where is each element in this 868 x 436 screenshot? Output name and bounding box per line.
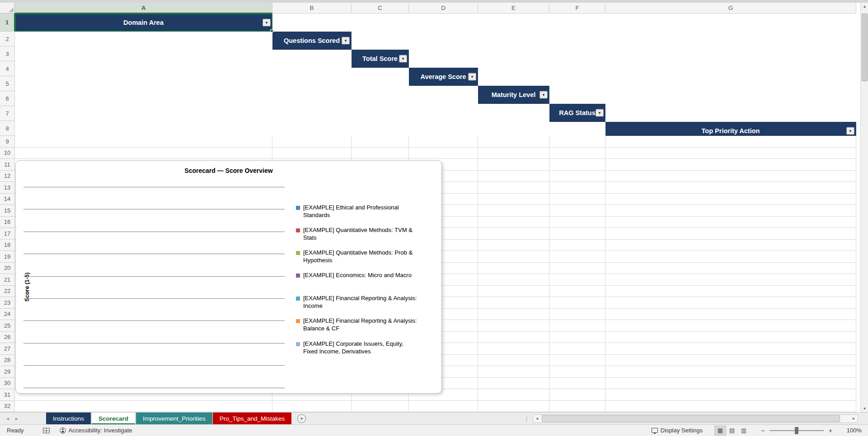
- cell-G17[interactable]: [605, 228, 856, 240]
- cell-D32[interactable]: [409, 401, 478, 413]
- filter-dropdown-icon-g[interactable]: ▼: [846, 127, 854, 135]
- cell-G21[interactable]: [605, 274, 856, 286]
- cell-G15[interactable]: [605, 205, 856, 217]
- cell-E22[interactable]: [478, 286, 549, 297]
- horizontal-scroll-thumb[interactable]: [542, 415, 840, 422]
- cell-E30[interactable]: [478, 378, 549, 390]
- cell-G16[interactable]: [605, 217, 856, 228]
- scroll-right-button[interactable]: ►: [850, 415, 858, 422]
- header-cell-f1[interactable]: RAG Status▼: [549, 104, 605, 122]
- header-cell-b1[interactable]: Questions Scored▼: [272, 32, 352, 50]
- add-sheet-button[interactable]: +: [297, 414, 306, 423]
- row-header-8[interactable]: 8: [0, 121, 15, 136]
- filter-dropdown-icon-f[interactable]: ▼: [596, 109, 604, 116]
- row-header-18[interactable]: 18: [0, 240, 15, 251]
- view-page-break-button[interactable]: ▥: [738, 426, 750, 436]
- filter-dropdown-icon-c[interactable]: ▼: [399, 55, 407, 62]
- row-header-19[interactable]: 19: [0, 251, 15, 263]
- cell-G24[interactable]: [605, 309, 856, 320]
- cell-G28[interactable]: [605, 355, 856, 366]
- cell-G12[interactable]: [605, 171, 856, 182]
- cell-E16[interactable]: [478, 217, 549, 228]
- cell-F15[interactable]: [549, 205, 605, 217]
- cell-F32[interactable]: [549, 401, 605, 413]
- cell-F10[interactable]: [549, 148, 605, 159]
- cell-G18[interactable]: [605, 240, 856, 251]
- row-header-28[interactable]: 28: [0, 355, 15, 366]
- cell-F13[interactable]: [549, 182, 605, 194]
- select-all-corner[interactable]: [0, 3, 15, 14]
- row-header-23[interactable]: 23: [0, 297, 15, 309]
- row-header-4[interactable]: 4: [0, 61, 15, 76]
- cell-G10[interactable]: [605, 148, 856, 159]
- column-header-d[interactable]: D: [409, 3, 478, 14]
- row-header-1[interactable]: 1: [0, 14, 15, 32]
- cell-F9[interactable]: [549, 136, 605, 148]
- cell-F21[interactable]: [549, 274, 605, 286]
- row-header-7[interactable]: 7: [0, 106, 15, 121]
- zoom-slider[interactable]: [769, 430, 824, 431]
- filter-dropdown-icon-a[interactable]: ▼: [263, 19, 271, 26]
- cell-C10[interactable]: [352, 148, 409, 159]
- cell-E13[interactable]: [478, 182, 549, 194]
- row-header-17[interactable]: 17: [0, 228, 15, 240]
- row-header-6[interactable]: 6: [0, 91, 15, 106]
- cell-E17[interactable]: [478, 228, 549, 240]
- cell-G11[interactable]: [605, 159, 856, 171]
- cell-F28[interactable]: [549, 355, 605, 366]
- sheet-tab-instructions[interactable]: Instructions: [46, 413, 91, 424]
- cell-E19[interactable]: [478, 251, 549, 263]
- cell-G26[interactable]: [605, 332, 856, 343]
- tab-nav-right-icon[interactable]: ►: [14, 416, 19, 421]
- row-header-3[interactable]: 3: [0, 46, 15, 61]
- row-header-11[interactable]: 11: [0, 159, 15, 171]
- tab-nav-left-icon[interactable]: ◄: [5, 416, 10, 421]
- zoom-out-button[interactable]: −: [758, 427, 768, 434]
- column-header-e[interactable]: E: [478, 3, 549, 14]
- cell-E23[interactable]: [478, 297, 549, 309]
- cell-F17[interactable]: [549, 228, 605, 240]
- cell-F29[interactable]: [549, 366, 605, 378]
- cell-D9[interactable]: [409, 136, 478, 148]
- row-header-26[interactable]: 26: [0, 332, 15, 343]
- vertical-scroll-thumb[interactable]: [862, 14, 868, 81]
- row-header-15[interactable]: 15: [0, 205, 15, 217]
- cell-B32[interactable]: [272, 401, 352, 413]
- zoom-in-button[interactable]: +: [826, 427, 835, 434]
- cell-F11[interactable]: [549, 159, 605, 171]
- cell-G13[interactable]: [605, 182, 856, 194]
- cell-E27[interactable]: [478, 343, 549, 355]
- scroll-left-button[interactable]: ◄: [533, 415, 541, 422]
- cell-F26[interactable]: [549, 332, 605, 343]
- cell-G30[interactable]: [605, 378, 856, 390]
- column-header-c[interactable]: C: [352, 3, 409, 14]
- row-header-12[interactable]: 12: [0, 171, 15, 182]
- cell-G31[interactable]: [605, 389, 856, 401]
- cell-F25[interactable]: [549, 320, 605, 332]
- cell-G19[interactable]: [605, 251, 856, 263]
- column-header-f[interactable]: F: [549, 3, 605, 14]
- row-header-31[interactable]: 31: [0, 389, 15, 401]
- cell-F12[interactable]: [549, 171, 605, 182]
- row-header-9[interactable]: 9: [0, 136, 15, 148]
- cell-E20[interactable]: [478, 263, 549, 274]
- cell-E25[interactable]: [478, 320, 549, 332]
- header-cell-c1[interactable]: Total Score▼: [352, 50, 409, 68]
- zoom-slider-thumb[interactable]: [795, 427, 798, 434]
- row-header-22[interactable]: 22: [0, 286, 15, 297]
- row-header-21[interactable]: 21: [0, 274, 15, 286]
- cell-G32[interactable]: [605, 401, 856, 413]
- column-header-a[interactable]: A: [15, 3, 272, 14]
- row-header-24[interactable]: 24: [0, 309, 15, 320]
- cell-F27[interactable]: [549, 343, 605, 355]
- row-header-5[interactable]: 5: [0, 76, 15, 91]
- cell-G25[interactable]: [605, 320, 856, 332]
- cell-E29[interactable]: [478, 366, 549, 378]
- row-header-32[interactable]: 32: [0, 401, 15, 413]
- sheet-tab-scorecard[interactable]: Scorecard: [91, 413, 136, 424]
- filter-dropdown-icon-d[interactable]: ▼: [468, 73, 476, 80]
- cell-E9[interactable]: [478, 136, 549, 148]
- cell-E11[interactable]: [478, 159, 549, 171]
- cell-F24[interactable]: [549, 309, 605, 320]
- accessibility-status[interactable]: Accessibility: Investigate: [60, 427, 132, 434]
